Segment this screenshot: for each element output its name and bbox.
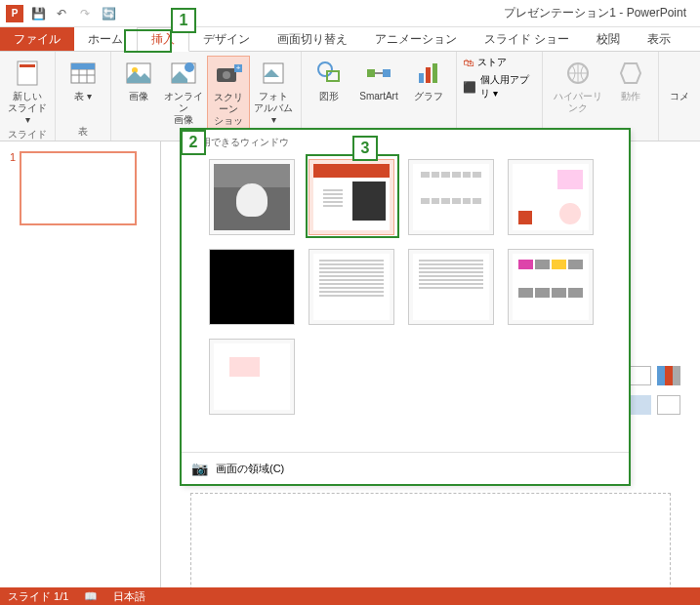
callout-1: 1 [171, 8, 196, 33]
comment-button[interactable]: コメ [665, 56, 694, 104]
screenshot-dropdown: 使用できるウィンドウ 📷 画面の領域(C) [181, 129, 630, 485]
layout-icons [628, 366, 680, 385]
svg-point-13 [223, 71, 230, 79]
window-thumb[interactable] [309, 159, 394, 235]
shapes-icon [313, 58, 345, 89]
online-image-icon [168, 58, 199, 89]
addins-button[interactable]: ⬛ 個人用アプリ ▾ [463, 73, 536, 101]
svg-rect-7 [71, 63, 95, 69]
smartart-icon [363, 58, 394, 89]
group-images: 画像 オンライン 画像 + スクリーン ショット ▾ フォト アルバム ▾ 画像 [111, 52, 302, 141]
callout-3: 3 [352, 136, 378, 161]
windows-grid [182, 155, 629, 419]
svg-point-11 [185, 62, 194, 72]
svg-rect-22 [426, 67, 431, 83]
group-tables: 表 ▾ 表 [56, 52, 111, 141]
image-button[interactable]: 画像 [117, 56, 160, 104]
hyperlink-button[interactable]: ハイパーリンク [549, 56, 607, 116]
table-icon [67, 58, 99, 89]
action-button[interactable]: 動作 [609, 56, 652, 104]
store-icon: 🛍 [463, 57, 474, 68]
action-icon [615, 58, 646, 89]
window-thumb[interactable] [408, 159, 494, 235]
window-thumb[interactable] [209, 339, 295, 415]
chart-button[interactable]: グラフ [407, 56, 450, 104]
layout-icons-2 [628, 395, 680, 415]
tab-home[interactable]: ホーム [74, 27, 137, 51]
quick-access-toolbar: P 💾 ↶ ↷ 🔄 [4, 3, 119, 24]
window-thumb[interactable] [309, 249, 394, 325]
tab-animations[interactable]: アニメーション [361, 27, 471, 51]
spellcheck-icon[interactable]: 📖 [84, 590, 98, 603]
ribbon-tabs: ファイル ホーム 挿入 デザイン 画面切り替え アニメーション スライド ショー… [0, 27, 700, 52]
store-button[interactable]: 🛍 ストア [463, 56, 507, 69]
dropdown-footer[interactable]: 📷 画面の領域(C) [182, 452, 629, 484]
undo-icon[interactable]: ↶ [51, 3, 72, 24]
svg-rect-23 [432, 63, 437, 83]
window-title: プレゼンテーション1 - PowerPoint [119, 5, 696, 21]
addins-icon: ⬛ [463, 81, 476, 94]
comment-icon [664, 58, 695, 89]
svg-rect-1 [20, 64, 35, 67]
image-icon [123, 58, 154, 89]
group-comment: コメ [659, 52, 700, 141]
smartart-button[interactable]: SmartArt [352, 56, 405, 104]
redo-icon[interactable]: ↷ [74, 3, 96, 24]
language-indicator[interactable]: 日本語 [113, 589, 145, 604]
new-slide-icon [12, 58, 43, 89]
screen-clipping-label: 画面の領域(C) [216, 462, 284, 476]
slide-preview [20, 151, 137, 225]
tab-design[interactable]: デザイン [189, 27, 264, 51]
svg-rect-21 [419, 73, 424, 83]
repeat-icon[interactable]: 🔄 [98, 3, 119, 24]
svg-rect-20 [383, 69, 391, 77]
photo-album-button[interactable]: フォト アルバム ▾ [252, 56, 295, 128]
status-bar: スライド 1/1 📖 日本語 [0, 587, 700, 605]
callout-2: 2 [181, 130, 206, 155]
window-thumb[interactable] [408, 249, 494, 325]
slide-counter[interactable]: スライド 1/1 [8, 589, 68, 604]
window-thumb[interactable] [508, 159, 594, 235]
tab-slideshow[interactable]: スライド ショー [471, 27, 583, 51]
slide-thumbnail[interactable]: 1 [10, 151, 150, 225]
svg-point-17 [318, 62, 332, 76]
window-thumb[interactable] [209, 159, 295, 235]
hyperlink-icon [562, 58, 594, 89]
new-slide-button[interactable]: 新しい スライド ▾ [6, 56, 49, 128]
camera-plus-icon: 📷 [191, 461, 208, 476]
window-thumb[interactable] [508, 249, 594, 325]
table-button[interactable]: 表 ▾ [62, 56, 104, 104]
tab-file[interactable]: ファイル [0, 27, 74, 51]
album-icon [258, 58, 289, 89]
online-image-button[interactable]: オンライン 画像 [162, 56, 205, 128]
tab-transitions[interactable]: 画面切り替え [264, 27, 361, 51]
chart-icon [413, 58, 444, 89]
svg-text:+: + [236, 63, 241, 72]
save-icon[interactable]: 💾 [27, 3, 49, 24]
group-slides: 新しい スライド ▾ スライド [0, 52, 56, 141]
powerpoint-icon: P [4, 3, 25, 24]
group-illustrations: 図形 SmartArt グラフ [302, 52, 457, 141]
window-thumb[interactable] [209, 249, 295, 325]
dropdown-header: 使用できるウィンドウ [182, 130, 629, 155]
slide-thumbnails-pane: 1 [0, 141, 161, 587]
tab-review[interactable]: 校閲 [583, 27, 634, 51]
group-addins: 🛍 ストア ⬛ 個人用アプリ ▾ [457, 52, 543, 141]
camera-icon: + [213, 59, 244, 90]
svg-rect-19 [367, 69, 375, 77]
group-links: ハイパーリンク 動作 [543, 52, 659, 141]
shapes-button[interactable]: 図形 [308, 56, 350, 104]
tab-view[interactable]: 表示 [634, 27, 684, 51]
title-bar: P 💾 ↶ ↷ 🔄 プレゼンテーション1 - PowerPoint [0, 0, 700, 27]
